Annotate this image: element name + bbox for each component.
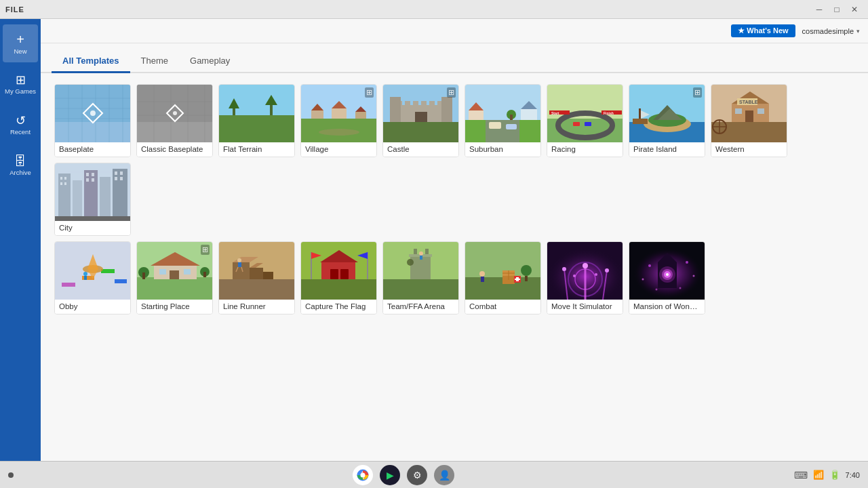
template-card-ctf[interactable]: Capture The Flag	[300, 241, 377, 314]
sidebar-item-my-games[interactable]: ⊞ My Games	[3, 65, 38, 103]
svg-rect-75	[633, 119, 648, 124]
svg-point-197	[656, 289, 658, 291]
taskbar: ▶ ⚙ 👤 ⌨ 📶 🔋 7:40	[0, 461, 868, 488]
template-name-line-runner: Line Runner	[219, 300, 294, 314]
svg-rect-53	[506, 124, 517, 129]
template-name-city: City	[55, 221, 130, 235]
template-card-pirate[interactable]: Pirate Island ⊞	[629, 84, 705, 157]
svg-rect-124	[142, 272, 145, 279]
taskbar-chrome-icon[interactable]	[353, 465, 373, 485]
template-card-western[interactable]: STABLE Western	[711, 84, 787, 157]
svg-rect-23	[219, 115, 295, 142]
restore-button[interactable]: □	[829, 3, 845, 16]
user-menu[interactable]: cosmadesimple ▾	[802, 27, 860, 35]
svg-point-198	[679, 287, 682, 289]
svg-rect-95	[113, 169, 127, 221]
svg-rect-105	[120, 171, 123, 175]
svg-point-193	[648, 264, 651, 267]
template-thumb-suburban	[465, 85, 541, 142]
close-button[interactable]: ✕	[846, 3, 863, 16]
template-thumb-racing: Start Finish	[547, 85, 623, 142]
taskbar-settings-icon[interactable]: ⚙	[407, 465, 427, 485]
svg-text:STABLE: STABLE	[739, 100, 758, 104]
app-body: + New ⊞ My Games ↺ Recent 🗄 Archive ★ Wh…	[0, 19, 868, 461]
svg-rect-76	[639, 108, 641, 119]
castle-badge-icon: ⊞	[447, 87, 456, 98]
minimize-button[interactable]: ─	[811, 3, 827, 16]
svg-point-169	[479, 271, 485, 277]
svg-rect-43	[421, 101, 427, 106]
template-card-suburban[interactable]: Suburban	[465, 84, 541, 157]
template-name-western: Western	[711, 142, 787, 157]
template-card-move-it[interactable]: Move It Simulator	[547, 241, 623, 314]
svg-rect-172	[525, 276, 528, 281]
template-card-starting[interactable]: Starting Place ⊞	[136, 241, 213, 314]
taskbar-dot	[8, 472, 14, 478]
template-name-starting: Starting Place	[137, 300, 212, 314]
taskbar-user-icon[interactable]: 👤	[434, 465, 454, 485]
tab-gameplay[interactable]: Gameplay	[179, 50, 241, 73]
template-name-move-it: Move It Simulator	[547, 300, 623, 314]
template-card-city[interactable]: City	[54, 163, 131, 236]
template-name-flat: Flat Terrain	[219, 142, 294, 157]
template-card-classic-baseplate[interactable]: Classic Baseplate	[136, 84, 213, 157]
template-thumb-obby	[55, 242, 131, 300]
template-card-racing[interactable]: Start Finish Racing	[547, 84, 623, 157]
template-card-mansion[interactable]: Mansion of Wonder	[629, 241, 705, 314]
svg-rect-107	[120, 177, 123, 180]
tab-all-templates[interactable]: All Templates	[52, 50, 130, 73]
svg-point-202	[361, 472, 366, 477]
svg-rect-91	[58, 174, 71, 221]
svg-point-180	[562, 267, 566, 271]
taskbar-center: ▶ ⚙ 👤	[353, 465, 454, 485]
template-name-team-ffa: Team/FFA Arena	[383, 300, 458, 314]
sidebar: + New ⊞ My Games ↺ Recent 🗄 Archive	[0, 19, 41, 461]
taskbar-play-icon[interactable]: ▶	[380, 465, 400, 485]
template-thumb-flat	[219, 85, 295, 142]
svg-rect-170	[481, 277, 484, 282]
my-games-icon: ⊞	[16, 74, 26, 86]
svg-rect-41	[405, 101, 410, 106]
svg-rect-85	[735, 108, 742, 114]
template-name-village: Village	[301, 142, 376, 157]
svg-text:Finish: Finish	[604, 111, 614, 115]
template-card-line-runner[interactable]: Line Runner	[218, 241, 295, 314]
svg-rect-106	[115, 177, 117, 180]
template-name-baseplate: Baseplate	[55, 142, 130, 157]
window-controls: ─ □ ✕	[811, 3, 863, 16]
svg-rect-1	[55, 122, 131, 142]
svg-rect-134	[263, 272, 273, 279]
template-thumb-team-ffa	[383, 242, 459, 300]
file-menu[interactable]: FILE	[5, 5, 24, 14]
whats-new-button[interactable]: ★ What's New	[731, 24, 795, 37]
template-card-combat[interactable]: Combat	[465, 241, 541, 314]
svg-point-117	[83, 272, 87, 276]
svg-rect-44	[429, 101, 435, 106]
template-thumb-move-it	[547, 242, 623, 300]
pirate-badge-icon: ⊞	[693, 87, 702, 98]
template-card-village[interactable]: Village ⊞	[300, 84, 377, 157]
svg-point-157	[407, 259, 414, 266]
taskbar-right: ⌨ 📶 🔋 7:40	[794, 470, 860, 481]
svg-rect-112	[101, 269, 115, 273]
template-card-flat-terrain[interactable]: Flat Terrain	[218, 84, 295, 157]
template-card-obby[interactable]: Obby	[54, 241, 131, 314]
sidebar-item-recent[interactable]: ↺ Recent	[3, 106, 38, 144]
svg-rect-99	[64, 182, 66, 185]
template-name-racing: Racing	[547, 142, 623, 157]
tab-theme[interactable]: Theme	[130, 50, 179, 73]
svg-rect-59	[510, 115, 513, 120]
template-card-castle[interactable]: Castle ⊞	[382, 84, 459, 157]
svg-rect-101	[92, 173, 94, 176]
svg-rect-113	[115, 279, 127, 283]
svg-rect-131	[219, 279, 295, 300]
svg-point-21	[173, 111, 177, 115]
sidebar-item-new[interactable]: + New	[3, 24, 38, 62]
template-thumb-combat	[465, 242, 541, 300]
template-grid: Baseplate	[41, 73, 868, 461]
template-card-baseplate[interactable]: Baseplate	[54, 84, 131, 157]
template-thumb-baseplate	[55, 85, 131, 142]
svg-rect-24	[233, 108, 235, 115]
sidebar-item-archive[interactable]: 🗄 Archive	[3, 146, 38, 184]
template-card-team-ffa[interactable]: Team/FFA Arena	[382, 241, 459, 314]
